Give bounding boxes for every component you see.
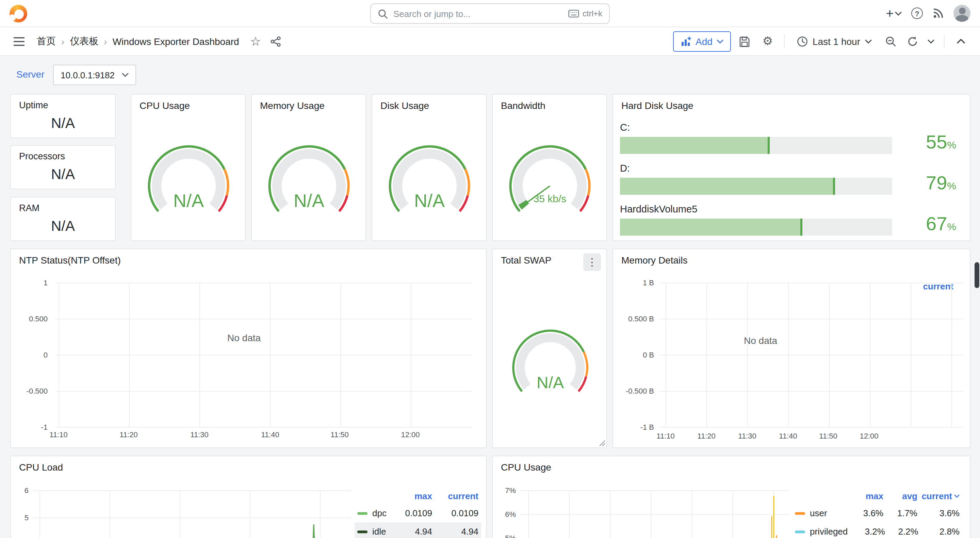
- bar-gauge-value: 67%: [926, 213, 956, 235]
- cpu-usage-plot-area[interactable]: [520, 490, 789, 538]
- gauge-value: N/A: [382, 191, 477, 212]
- legend-avg-value: 2.2%: [885, 527, 918, 536]
- legend-series-name[interactable]: privileged: [795, 527, 848, 536]
- cpu-usage-legend: max avg current user 3.6% 1.7% 3.6% priv…: [792, 488, 962, 538]
- legend-series-name[interactable]: user: [795, 508, 845, 518]
- legend-header-max[interactable]: max: [390, 491, 432, 501]
- refresh-interval-button[interactable]: [925, 32, 937, 51]
- legend-current-value: 4.94: [432, 527, 479, 536]
- save-dashboard-button[interactable]: [735, 32, 754, 51]
- save-icon: [739, 36, 750, 47]
- search-box[interactable]: ctrl+k: [370, 3, 610, 24]
- legend-row-privileged: privileged 3.2% 2.2% 2.8%: [792, 522, 962, 538]
- help-button[interactable]: ?: [911, 8, 923, 19]
- panel-title[interactable]: CPU Load: [19, 462, 63, 473]
- question-icon: ?: [915, 9, 919, 18]
- no-data-message: No data: [227, 332, 261, 343]
- refresh-button[interactable]: [904, 32, 921, 51]
- toolbar-divider: [784, 34, 785, 48]
- disk-label: D:: [620, 163, 630, 174]
- panel-bandwidth-gauge: Bandwidth 35 kb/s: [492, 94, 607, 241]
- y-tick: 1 B: [619, 279, 654, 287]
- dashboard-toolbar: 首页 › 仪表板 › Windows Exporter Dashboard ☆ …: [0, 27, 980, 56]
- search-input[interactable]: [393, 8, 563, 19]
- gauge-value: N/A: [506, 373, 595, 392]
- collapse-toolbar-button[interactable]: [951, 32, 970, 51]
- y-tick: 0: [16, 351, 48, 359]
- dashboard-settings-button[interactable]: ⚙: [758, 32, 777, 51]
- variable-server-label[interactable]: Server: [16, 69, 44, 80]
- stat-value: N/A: [11, 166, 115, 182]
- panel-resize-handle[interactable]: [598, 439, 605, 446]
- panel-disk-usage-gauge: Disk Usage N/A: [372, 94, 487, 241]
- panel-uptime: Uptime N/A: [10, 94, 116, 138]
- bar-gauge-track: [620, 178, 892, 195]
- ntp-plot-area[interactable]: [56, 283, 472, 428]
- panel-title[interactable]: CPU Usage: [140, 100, 190, 111]
- panel-cpu-usage-gauge: CPU Usage N/A: [130, 94, 246, 241]
- x-tick: 11:10: [43, 430, 73, 439]
- breadcrumb-home[interactable]: 首页: [37, 35, 56, 47]
- panel-title[interactable]: Hard Disk Usage: [621, 100, 694, 111]
- series-color-marker: [357, 530, 368, 533]
- panel-title[interactable]: RAM: [19, 203, 40, 213]
- chevron-down-icon: [121, 73, 128, 77]
- panel-title[interactable]: NTP Status(NTP Offset): [19, 255, 121, 266]
- legend-current-value: 0.0109: [432, 508, 479, 518]
- dashboard-canvas: Server 10.0.0.1:9182 Uptime N/A Processo…: [0, 56, 980, 538]
- cpu-load-series: [33, 490, 351, 538]
- grafana-logo-icon[interactable]: [10, 5, 27, 22]
- panel-title[interactable]: Total SWAP: [501, 255, 551, 266]
- panel-cpu-usage-timeseries: CPU Usage 7% 6% 5% max avg current: [492, 456, 970, 538]
- legend-header-current[interactable]: current: [432, 491, 479, 501]
- legend-series-name[interactable]: dpc: [357, 508, 390, 518]
- y-tick: 0 B: [619, 351, 654, 359]
- mega-menu-button[interactable]: [10, 32, 29, 51]
- memory-gauge: N/A: [261, 141, 356, 224]
- legend-series-name[interactable]: idle: [357, 527, 390, 536]
- breadcrumb-dashboards[interactable]: 仪表板: [70, 35, 98, 47]
- panel-title[interactable]: Memory Details: [621, 255, 688, 266]
- y-tick: 0.500 B: [619, 314, 654, 323]
- panel-title[interactable]: Disk Usage: [380, 100, 429, 111]
- y-tick: 6%: [498, 510, 516, 518]
- share-icon[interactable]: [270, 36, 282, 47]
- add-panel-button[interactable]: Add: [673, 31, 731, 51]
- panel-memory-details: Memory Details current 1 B 0.500 B 0 B -…: [612, 249, 970, 448]
- stat-value: N/A: [11, 115, 115, 131]
- y-tick: 5: [18, 514, 29, 522]
- bar-gauge-track: [620, 219, 892, 236]
- legend-header-max[interactable]: max: [845, 491, 883, 501]
- panel-title[interactable]: Bandwidth: [501, 100, 546, 111]
- scrollbar-thumb[interactable]: [975, 262, 979, 288]
- y-tick: -0.500: [16, 387, 48, 395]
- favorite-star-icon[interactable]: ☆: [250, 35, 261, 47]
- panel-title[interactable]: Processors: [19, 151, 65, 161]
- user-avatar[interactable]: [953, 5, 970, 22]
- breadcrumb-separator: ›: [61, 36, 64, 47]
- no-data-message: No data: [744, 335, 777, 346]
- variable-server-select[interactable]: 10.0.0.1:9182: [53, 65, 136, 85]
- bar-gauge-track: [620, 137, 892, 154]
- new-menu-button[interactable]: +: [886, 7, 902, 20]
- rss-icon[interactable]: [932, 8, 944, 19]
- legend-header-current[interactable]: current: [917, 491, 959, 501]
- panel-menu-button[interactable]: ⋮: [583, 253, 601, 271]
- panel-title[interactable]: Memory Usage: [260, 100, 325, 111]
- time-range-picker[interactable]: Last 1 hour: [791, 31, 877, 51]
- zoom-out-time-button[interactable]: [881, 32, 900, 51]
- panel-title[interactable]: CPU Usage: [501, 462, 551, 473]
- search-icon: [378, 8, 388, 19]
- cpu-load-plot-area[interactable]: [33, 490, 351, 538]
- gear-icon: ⚙: [762, 35, 773, 47]
- legend-header-avg[interactable]: avg: [883, 491, 917, 501]
- memory-details-plot-area[interactable]: [659, 283, 963, 428]
- x-tick: 11:20: [692, 432, 721, 440]
- legend-row-user: user 3.6% 1.7% 3.6%: [792, 504, 962, 522]
- x-tick: 11:40: [773, 432, 803, 440]
- cpu-gauge: N/A: [141, 141, 236, 224]
- panel-title[interactable]: Uptime: [19, 100, 48, 110]
- panel-hard-disk-usage: Hard Disk Usage C: 55% D: 79% HarddiskVo…: [612, 94, 970, 241]
- sort-chevron-down-icon: [954, 494, 959, 498]
- panel-memory-usage-gauge: Memory Usage N/A: [251, 94, 366, 241]
